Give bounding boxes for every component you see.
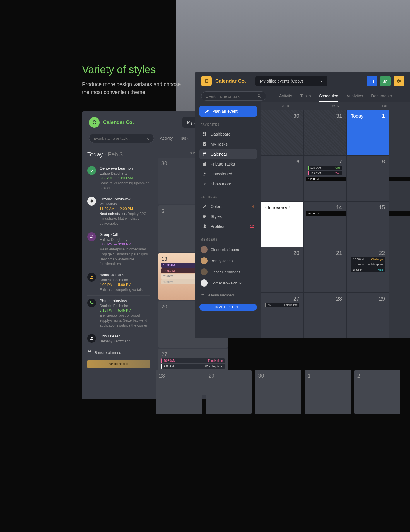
calendar-cell[interactable]: 31 xyxy=(304,110,346,156)
plan-event-button[interactable]: Plan an event xyxy=(199,106,257,117)
avatar xyxy=(201,279,208,287)
agenda-item[interactable]: Genoveva Leannon Eulalia Daugherty 8:30 … xyxy=(87,163,150,194)
event-bar[interactable]: 10:30AMChallenge xyxy=(351,257,385,262)
section-members: MEMBERS xyxy=(201,238,257,241)
calendar-dropdown[interactable]: My office events (Copy) ▾ xyxy=(255,76,327,86)
agenda-item[interactable]: Ayana Jenkins Danielle Bechtelar 4:00 PM… xyxy=(87,270,150,296)
tab[interactable]: Task xyxy=(180,136,188,141)
calendar-cell[interactable]: 21 xyxy=(304,247,346,293)
brand-name: Calendar Co. xyxy=(103,120,134,125)
day-header: MON xyxy=(311,102,361,110)
agenda-sub: Bethany Kertzmann xyxy=(100,339,130,343)
calendar-cell[interactable]: 28 xyxy=(304,293,346,338)
calendar-cell[interactable]: 2 xyxy=(354,370,400,414)
event-bar[interactable]: 10:30AMFamily time xyxy=(161,358,225,363)
event-bar[interactable]: 10:30AMOne xyxy=(308,166,342,170)
lock-icon xyxy=(202,162,207,166)
calendar-cell[interactable]: 6 xyxy=(261,156,304,201)
agenda-item[interactable]: Edward Powlowski Will Marvin 11:30 AM — … xyxy=(87,194,150,229)
calendar-grid: SUNMONTUE 3031Today16710:30AMOne12:00AMT… xyxy=(261,102,410,338)
member-row[interactable]: Cinderella Jopes xyxy=(199,244,257,255)
agenda-title: Phone Interview xyxy=(100,299,150,303)
nav-item-calendar[interactable]: Calendar xyxy=(199,149,257,159)
agenda-sub: Eulalia Daugherty xyxy=(100,238,150,242)
today-date: Feb 3 xyxy=(108,151,123,158)
agenda-time: 3:00 PM — 3:30 PM xyxy=(100,242,150,246)
nav-item-styles[interactable]: Styles xyxy=(199,212,257,221)
calendar-cell[interactable]: Today1 xyxy=(346,110,389,156)
settings-button[interactable] xyxy=(394,76,404,86)
calendar-cell[interactable]: 8 xyxy=(346,156,389,201)
event-bar[interactable]: 2:30PMThree xyxy=(351,267,385,272)
calendar-cell[interactable]: 27AMFamily time xyxy=(261,293,304,338)
agenda-title: Genoveva Leannon xyxy=(100,166,150,170)
people-button[interactable] xyxy=(380,76,391,86)
agenda-desc: Envisioneer best-of-breed supply-chains.… xyxy=(100,313,150,328)
event-bar[interactable]: AMFamily time xyxy=(265,303,299,307)
avatar xyxy=(201,268,208,275)
agenda-item[interactable]: Phone Interview Danielle Bechtelar 5:15 … xyxy=(87,296,150,331)
member-row[interactable]: Oscar Hernandez xyxy=(199,266,257,277)
calendar-cell[interactable]: 29 xyxy=(206,370,252,414)
agenda-time: 5:15 PM — 5:45 PM xyxy=(100,308,150,313)
agenda-title: Ayana Jenkins xyxy=(100,273,144,277)
agenda-time: 11:30 AM — 2:00 PM xyxy=(100,207,150,211)
calendar-cell[interactable]: 1 xyxy=(305,370,351,414)
calendar-cell[interactable]: 2210:30AMChallenge12:00AMPublic speak2:3… xyxy=(346,247,389,293)
sidebar: Plan an event FAVORITES DashboardMy Task… xyxy=(195,102,261,338)
calendar-cell[interactable]: 28 xyxy=(156,370,202,414)
calendar-cell[interactable]: 20 xyxy=(261,247,304,293)
nav-item-profiles[interactable]: Profiles12 xyxy=(199,221,257,231)
agenda-item[interactable]: Orin Friesen Bethany Kertzmann xyxy=(87,331,150,347)
avatar xyxy=(201,257,208,264)
agenda-desc: Enhance compelling vortals. xyxy=(100,287,144,292)
today-label: Today xyxy=(87,151,103,158)
tab[interactable]: Activity xyxy=(279,91,292,102)
calendar-cell[interactable]: 30 xyxy=(255,370,301,414)
invite-people-button[interactable]: INVITE PEOPLE xyxy=(199,304,257,311)
search-box[interactable] xyxy=(89,134,154,143)
calendar-cell[interactable]: 29 xyxy=(346,293,389,338)
member-row[interactable]: Bobby Jones xyxy=(199,255,257,266)
search-input[interactable] xyxy=(93,136,143,141)
tab[interactable]: Documents xyxy=(371,91,392,102)
more-planned[interactable]: 8 more planned... xyxy=(87,347,150,358)
calendar-bottom-row: 28293012 xyxy=(155,369,401,415)
nav-item-dashboard[interactable]: Dashboard xyxy=(199,129,257,139)
tab[interactable]: Scheduled xyxy=(319,91,338,102)
agenda-time: 4:00 PM — 5:00 PM xyxy=(100,283,144,287)
search-box[interactable] xyxy=(201,91,266,101)
event-bar[interactable]: 4:00AMWeeding time xyxy=(161,364,225,369)
nav-item-private-tasks[interactable]: Private Tasks xyxy=(199,159,257,169)
schedule-button[interactable]: SCHEDULE xyxy=(87,360,150,368)
calendar-cell[interactable]: 30 xyxy=(261,110,304,156)
nav-item-colors[interactable]: Colors4 xyxy=(199,202,257,212)
calendar-cell[interactable]: 710:30AMOne12:00AMTwo10:30AMDubai Busine… xyxy=(304,156,346,201)
event-bar[interactable]: 12:00AMTwo xyxy=(308,171,342,175)
member-row[interactable]: Homer Kowalchuk xyxy=(199,277,257,289)
tab[interactable]: Activity xyxy=(160,136,173,141)
nav-item-show-more[interactable]: Show more xyxy=(199,179,257,189)
copy-button[interactable] xyxy=(367,76,377,86)
calendar-cell[interactable]: Onhovered! xyxy=(261,201,304,247)
nav-item-my-tasks[interactable]: My Tasks xyxy=(199,139,257,149)
calendar-cell[interactable]: 1400:00AM xyxy=(304,201,346,247)
agenda-item[interactable]: Group Call Eulalia Daugherty 3:00 PM — 3… xyxy=(87,229,150,270)
more-icon xyxy=(202,182,207,186)
nav-item-unassigned[interactable]: Unassigned xyxy=(199,169,257,179)
hero-title: Variety of styles xyxy=(82,64,156,76)
agenda-sub: Will Marvin xyxy=(100,202,150,206)
tab[interactable]: Analytics xyxy=(346,91,363,102)
search-input[interactable] xyxy=(206,94,255,98)
calendar-cell[interactable]: 15 xyxy=(346,201,389,247)
tab[interactable]: Tasks xyxy=(300,91,311,102)
day-header: TUE xyxy=(360,102,410,110)
people-icon xyxy=(87,232,96,241)
agenda-title: Edward Powlowski xyxy=(100,197,150,201)
agenda-desc: Mesh enterprise infomediaries. Engage cu… xyxy=(100,247,150,267)
copy-icon xyxy=(370,79,374,83)
event-bar[interactable]: 12:00AMPublic speak xyxy=(351,262,385,267)
tasks-icon xyxy=(202,142,207,146)
palette-icon xyxy=(202,214,207,219)
agenda-sub: Danielle Bechtelar xyxy=(100,304,150,308)
